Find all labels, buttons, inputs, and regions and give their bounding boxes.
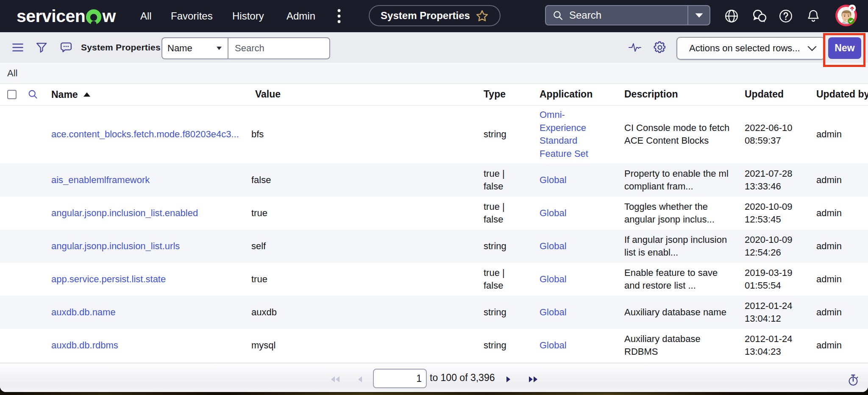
browser-viewport: servicen w All Favorites History Admin S… — [0, 0, 868, 392]
cell-updated-by: admin — [809, 306, 868, 319]
cell-updated-by: admin — [809, 207, 868, 220]
property-name-link[interactable]: ace.content_blocks.fetch.mode.f80203e4c3… — [51, 129, 239, 139]
property-name-link[interactable]: auxdb.db.rdbms — [51, 340, 118, 350]
table-row: angular.jsonp.inclusion_list.enabled tru… — [0, 197, 868, 230]
cell-description: If angular jsonp inclusion list is enabl… — [617, 234, 737, 259]
system-properties-table: Name Value Type Application Description … — [0, 84, 868, 362]
page-number-input[interactable] — [373, 369, 427, 388]
cell-description: Enable feature to save and restore list … — [617, 267, 737, 292]
nav-item-favorites[interactable]: Favorites — [171, 0, 213, 32]
sort-ascending-icon — [83, 92, 90, 97]
cell-type: string — [476, 339, 532, 352]
cell-updated-by: admin — [809, 174, 868, 187]
search-column-select[interactable]: Name — [161, 37, 228, 59]
personalize-list-activity-button[interactable] — [626, 32, 643, 63]
list-search-input[interactable] — [228, 37, 330, 59]
favorite-star-icon[interactable] — [476, 9, 489, 22]
property-name-link[interactable]: angular.jsonp.inclusion_list.urls — [51, 241, 180, 251]
column-header-name[interactable]: Name — [51, 89, 90, 100]
list-search-group: Name — [161, 37, 330, 59]
actions-on-selected-rows-select[interactable]: Actions on selected rows... — [676, 37, 825, 60]
nav-item-history[interactable]: History — [232, 0, 264, 32]
column-header-value[interactable]: Value — [248, 89, 476, 100]
property-name-link[interactable]: ais_enablemlframework — [51, 175, 150, 185]
list-settings-button[interactable] — [651, 32, 668, 63]
pulse-icon — [628, 42, 642, 53]
filter-funnel-icon — [36, 42, 47, 53]
cell-updated: 2019-03-19 01:55:54 — [737, 267, 809, 292]
last-page-button[interactable] — [528, 376, 538, 383]
column-header-application[interactable]: Application — [532, 89, 617, 100]
help-button[interactable] — [778, 8, 794, 24]
column-header-description[interactable]: Description — [617, 89, 737, 100]
connect-chat-button[interactable] — [751, 8, 768, 24]
nav-item-admin[interactable]: Admin — [287, 0, 315, 32]
servicenow-logo-icon — [86, 9, 102, 25]
notifications-button[interactable] — [805, 8, 821, 24]
caret-down-icon — [695, 13, 704, 18]
cell-application-link[interactable]: Global — [540, 208, 567, 218]
hamburger-menu-icon — [12, 43, 23, 52]
cell-value: true — [248, 207, 476, 220]
column-header-updated[interactable]: Updated — [737, 89, 809, 100]
column-header-updated-by[interactable]: Updated by — [809, 89, 868, 100]
nav-item-all[interactable]: All — [140, 0, 152, 32]
table-row: angular.jsonp.inclusion_list.urls self s… — [0, 230, 868, 263]
global-search-input[interactable]: Search — [546, 6, 687, 25]
cell-type: string — [476, 128, 532, 141]
cell-application-link[interactable]: Global — [540, 340, 567, 350]
cell-updated-by: admin — [809, 273, 868, 286]
response-time-icon[interactable] — [847, 374, 859, 387]
current-page-pill[interactable]: System Properties — [369, 5, 501, 26]
cell-application-link[interactable]: Global — [540, 274, 567, 284]
previous-page-button[interactable] — [357, 376, 362, 383]
cell-application-link[interactable]: Omni- Experience Standard Feature Set — [540, 109, 588, 159]
cell-value: auxdb — [248, 306, 476, 319]
servicenow-logo[interactable]: servicen w — [17, 0, 116, 32]
cell-updated: 2012-01-24 13:04:12 — [737, 300, 809, 325]
cell-description: Property to enable the ml compliant fram… — [617, 167, 737, 193]
actions-select-value: Actions on selected rows... — [689, 43, 800, 54]
table-row: app.service.persist.list.state true true… — [0, 263, 868, 296]
filter-button[interactable] — [33, 32, 50, 63]
column-search-toggle[interactable] — [27, 89, 44, 100]
cell-application-link[interactable]: Global — [540, 241, 567, 251]
cell-updated-by: admin — [809, 128, 868, 141]
search-column-value: Name — [167, 43, 192, 54]
property-name-link[interactable]: auxdb.db.name — [51, 307, 116, 317]
nav-more-menu-button[interactable] — [333, 0, 345, 32]
cell-application-link[interactable]: Global — [540, 175, 567, 185]
cell-updated: 2022-06-10 08:59:37 — [737, 122, 809, 147]
pagination-footer: to 100 of 3,396 — [0, 363, 868, 392]
logo-text-left: servicen — [17, 6, 85, 26]
cell-application-link[interactable]: Global — [540, 307, 567, 317]
breadcrumb-all[interactable]: All — [7, 68, 17, 79]
new-button[interactable]: New — [828, 37, 861, 59]
property-name-link[interactable]: angular.jsonp.inclusion_list.enabled — [51, 208, 198, 218]
list-context-menu-button[interactable] — [9, 32, 26, 63]
cell-type: string — [476, 240, 532, 253]
list-chat-button[interactable] — [58, 32, 75, 63]
cell-type: true | false — [476, 200, 532, 226]
help-icon — [778, 8, 793, 24]
breadcrumb-row: All — [0, 63, 868, 84]
table-header-row: Name Value Type Application Description … — [0, 84, 868, 105]
select-all-checkbox[interactable] — [7, 90, 17, 99]
cell-type: true | false — [476, 167, 532, 193]
property-name-link[interactable]: app.service.persist.list.state — [51, 274, 166, 284]
speech-bubble-icon — [60, 41, 72, 54]
cell-type: string — [476, 306, 532, 319]
avatar-image — [835, 5, 857, 26]
cell-updated-by: admin — [809, 339, 868, 352]
table-row: ace.content_blocks.fetch.mode.f80203e4c3… — [0, 105, 868, 164]
bell-icon — [806, 8, 821, 24]
next-page-button[interactable] — [506, 376, 511, 383]
global-search: Search — [545, 5, 710, 25]
search-scope-dropdown[interactable] — [687, 6, 709, 25]
cell-updated: 2012-01-24 13:04:23 — [737, 333, 809, 359]
select-caret-icon — [217, 47, 222, 50]
first-page-button[interactable] — [330, 376, 340, 383]
column-header-type[interactable]: Type — [476, 89, 532, 100]
user-avatar[interactable] — [835, 5, 857, 26]
globe-button[interactable] — [723, 8, 740, 24]
